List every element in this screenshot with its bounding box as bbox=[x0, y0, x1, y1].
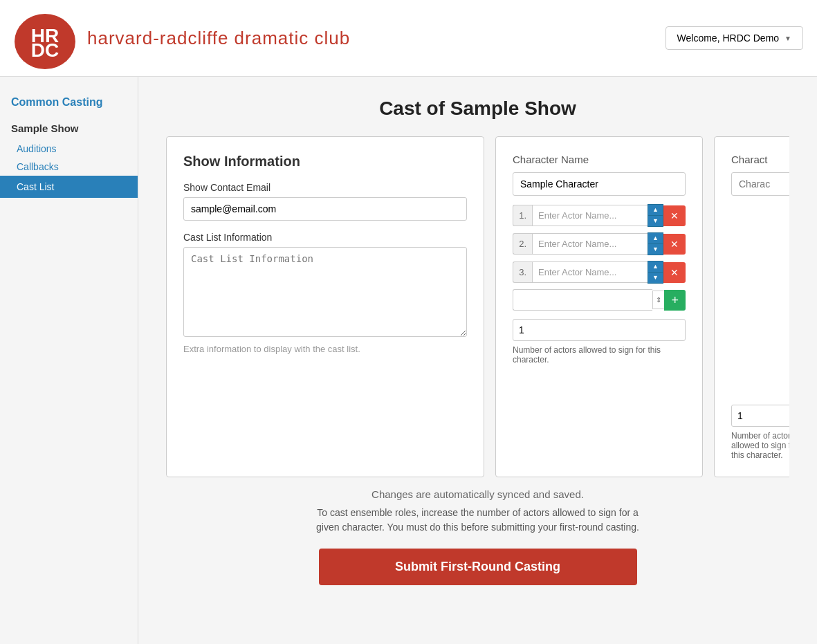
character-name-input-2[interactable] bbox=[731, 172, 789, 196]
sidebar-item-auditions[interactable]: Auditions bbox=[0, 140, 138, 158]
org-name: harvard-radcliffe dramatic club bbox=[87, 28, 350, 49]
add-actor-spinner-icon[interactable]: ⇕ bbox=[652, 291, 664, 309]
actor-up-3[interactable]: ▲ bbox=[648, 261, 663, 273]
actor-row-2: 2. Enter Actor Name... ▲ ▼ ✕ bbox=[513, 232, 686, 255]
actor-updown-3: ▲ ▼ bbox=[648, 261, 663, 284]
actor-num-3: 3. bbox=[513, 261, 532, 283]
actor-down-2[interactable]: ▼ bbox=[648, 244, 663, 255]
actor-up-2[interactable]: ▲ bbox=[648, 233, 663, 244]
cast-list-info-label: Cast List Information bbox=[183, 232, 467, 243]
character-name-input[interactable] bbox=[513, 172, 686, 196]
sidebar: Common Casting Sample Show Auditions Cal… bbox=[0, 77, 138, 644]
actors-allowed-hint-2: Number of actors allowed to sign for thi… bbox=[731, 431, 789, 460]
submit-first-round-button[interactable]: Submit First-Round Casting bbox=[319, 549, 637, 585]
actor-delete-3[interactable]: ✕ bbox=[663, 262, 686, 283]
cards-row: Show Information Show Contact Email Cast… bbox=[166, 136, 789, 477]
actor-row-3: 3. Enter Actor Name... ▲ ▼ ✕ bbox=[513, 261, 686, 284]
main-content: Cast of Sample Show Show Information Sho… bbox=[138, 77, 817, 644]
actor-select-2[interactable]: Enter Actor Name... bbox=[532, 233, 648, 255]
show-info-card-title: Show Information bbox=[183, 154, 467, 169]
actor-delete-2[interactable]: ✕ bbox=[663, 234, 686, 255]
cast-list-info-hint: Extra information to display with the ca… bbox=[183, 344, 467, 354]
sidebar-item-callbacks[interactable]: Callbacks bbox=[0, 158, 138, 176]
contact-email-group: Show Contact Email bbox=[183, 182, 467, 221]
actor-down-1[interactable]: ▼ bbox=[648, 216, 663, 226]
contact-email-label: Show Contact Email bbox=[183, 182, 467, 193]
actor-up-1[interactable]: ▲ bbox=[648, 205, 663, 216]
actors-allowed-input[interactable] bbox=[513, 319, 686, 341]
logo-area: HR DC harvard-radcliffe dramatic club bbox=[14, 7, 350, 69]
hrdc-logo: HR DC bbox=[14, 7, 76, 69]
actor-updown-2: ▲ ▼ bbox=[648, 232, 663, 255]
actors-allowed-hint: Number of actors allowed to sign for thi… bbox=[513, 345, 686, 365]
actor-updown-1: ▲ ▼ bbox=[648, 204, 663, 227]
svg-text:DC: DC bbox=[31, 39, 59, 61]
cast-list-info-group: Cast List Information Extra information … bbox=[183, 232, 467, 354]
actor-down-3[interactable]: ▼ bbox=[648, 273, 663, 283]
auto-save-notice: Changes are automatically synced and sav… bbox=[166, 488, 789, 500]
actors-allowed-input-2[interactable] bbox=[731, 405, 789, 427]
sidebar-item-cast-list[interactable]: Cast List bbox=[0, 176, 138, 198]
add-actor-row: ⇕ + bbox=[513, 289, 686, 311]
welcome-label: Welcome, HRDC Demo bbox=[677, 33, 780, 44]
actor-num-1: 1. bbox=[513, 205, 532, 226]
contact-email-input[interactable] bbox=[183, 197, 467, 221]
add-actor-plus-button[interactable]: + bbox=[664, 290, 686, 311]
sidebar-common-casting: Common Casting bbox=[0, 91, 138, 117]
actor-select-3[interactable]: Enter Actor Name... bbox=[532, 261, 648, 283]
actor-row-1: 1. Enter Actor Name... ▲ ▼ ✕ bbox=[513, 204, 686, 227]
header: HR DC harvard-radcliffe dramatic club We… bbox=[0, 0, 817, 77]
sidebar-show-title: Sample Show bbox=[0, 117, 138, 140]
add-actor-input[interactable] bbox=[513, 289, 652, 311]
cast-list-info-textarea[interactable] bbox=[183, 247, 467, 337]
dropdown-caret-icon: ▼ bbox=[784, 35, 791, 42]
ensemble-hint: To cast ensemble roles, increase the num… bbox=[166, 506, 789, 535]
character-card-2: Charact Number of actors allowed to sign… bbox=[714, 136, 789, 477]
character-col-header-2: Charact bbox=[731, 154, 789, 165]
actor-delete-1[interactable]: ✕ bbox=[663, 205, 686, 226]
actor-num-2: 2. bbox=[513, 233, 532, 255]
page-title: Cast of Sample Show bbox=[166, 98, 789, 120]
show-info-card: Show Information Show Contact Email Cast… bbox=[166, 136, 484, 477]
character-card: Character Name 1. Enter Actor Name... ▲ … bbox=[495, 136, 703, 477]
main-layout: Common Casting Sample Show Auditions Cal… bbox=[0, 77, 817, 644]
welcome-dropdown[interactable]: Welcome, HRDC Demo ▼ bbox=[665, 26, 803, 50]
actor-select-1[interactable]: Enter Actor Name... bbox=[532, 205, 648, 226]
character-col-header: Character Name bbox=[513, 154, 686, 165]
